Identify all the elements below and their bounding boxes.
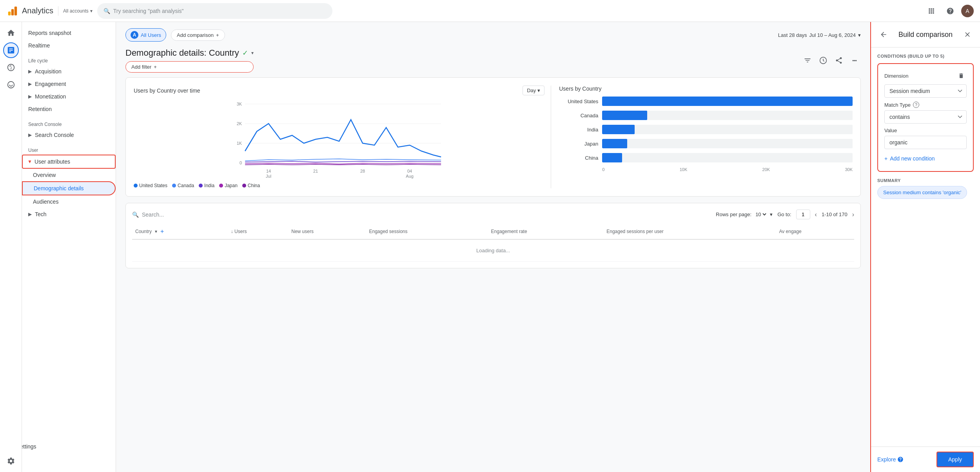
table-search[interactable]: 🔍 Search... [132, 211, 164, 218]
advertising-icon-btn[interactable] [3, 77, 19, 93]
line-chart-section: Users by Country over time Day ▾ [134, 86, 544, 188]
right-panel: Build comparison CONDITIONS (BUILD UP TO… [870, 22, 980, 472]
user-avatar[interactable]: A [961, 5, 974, 17]
col-header-avg-engaged[interactable]: Av engage [776, 224, 854, 239]
rows-per-page-select[interactable]: 10 25 50 [754, 211, 768, 218]
main-content: A All Users Add comparison + Last 28 day… [116, 22, 870, 472]
home-icon-btn[interactable] [3, 25, 19, 41]
sidebar-label-search-console: Search Console [35, 132, 74, 138]
bar-fill-us [602, 97, 853, 106]
country-dropdown-arrow: ▾ [155, 229, 157, 234]
user-section-label: User [22, 144, 116, 155]
panel-footer: Explore Apply [871, 446, 980, 472]
explore-link[interactable]: Explore [877, 456, 904, 463]
page-title: Demographic details: Country ✓ ▾ [125, 48, 254, 58]
bar-row-japan: Japan [559, 139, 853, 148]
sidebar-item-tech[interactable]: ▶ Tech [22, 208, 116, 221]
sidebar-label-user-attributes: User attributes [34, 159, 70, 165]
sidebar-label-acquisition: Acquisition [35, 68, 62, 75]
col-header-engaged-sessions[interactable]: Engaged sessions [366, 224, 488, 239]
share-icon-btn[interactable] [833, 54, 845, 67]
svg-text:14: 14 [266, 169, 271, 173]
help-icon[interactable] [942, 3, 958, 19]
title-dropdown-arrow[interactable]: ▾ [251, 50, 254, 56]
sidebar-item-acquisition[interactable]: ▶ Acquisition [22, 65, 116, 78]
value-field-label: Value [884, 128, 967, 133]
pagination-prev-btn[interactable]: ‹ [815, 211, 817, 218]
col-header-country[interactable]: Country ▾ + [132, 224, 228, 239]
panel-close-btn[interactable] [961, 28, 974, 41]
legend-china-label: China [248, 183, 260, 188]
line-chart-header: Users by Country over time Day ▾ [134, 86, 544, 95]
go-to-input[interactable] [796, 210, 810, 219]
lifecycle-section-label: Life cycle [22, 55, 116, 65]
header-right: A [924, 3, 974, 19]
col-header-users[interactable]: ↓ Users [228, 224, 289, 239]
match-type-help-icon[interactable]: ? [913, 102, 919, 108]
reports-icon-btn[interactable] [3, 42, 19, 58]
bar-track-canada [602, 111, 853, 120]
match-type-label: Match Type [884, 102, 911, 108]
bar-row-us: United States [559, 97, 853, 106]
legend-china: China [242, 183, 260, 188]
col-header-engagement-rate[interactable]: Engagement rate [488, 224, 604, 239]
bar-label-us: United States [559, 98, 598, 104]
compare-icon-btn[interactable] [801, 54, 814, 67]
table-search-icon: 🔍 [132, 211, 139, 218]
date-range-picker[interactable]: Last 28 days Jul 10 – Aug 6, 2024 ▾ [778, 32, 861, 38]
accounts-label[interactable]: All accounts ▾ [63, 8, 93, 14]
sidebar-item-retention[interactable]: Retention [22, 103, 116, 115]
bar-label-india: India [559, 127, 598, 133]
sidebar-item-settings[interactable]: Settings [22, 440, 94, 453]
explore-label: Explore [877, 456, 896, 463]
add-condition-plus-icon: + [884, 155, 887, 162]
global-search-bar[interactable]: 🔍 Try searching "path analysis" [97, 3, 332, 19]
pagination-next-btn[interactable]: › [852, 211, 854, 218]
add-comparison-button[interactable]: Add comparison + [171, 29, 225, 41]
insights-icon-btn[interactable] [817, 54, 829, 67]
rows-per-page: Rows per page: 10 25 50 ▾ [716, 211, 773, 218]
settings-icon-btn[interactable] [3, 453, 19, 469]
add-column-icon[interactable]: + [160, 228, 164, 235]
all-users-badge-letter: A [131, 31, 138, 39]
col-header-engaged-per-user[interactable]: Engaged sessions per user [603, 224, 776, 239]
rows-per-page-label: Rows per page: [716, 211, 751, 217]
charts-section: Users by Country over time Day ▾ [125, 77, 861, 197]
sidebar: Reports snapshot Realtime Life cycle ▶ A… [22, 22, 116, 472]
search-console-arrow: ▶ [28, 132, 32, 138]
sidebar-item-realtime[interactable]: Realtime [22, 39, 116, 52]
bar-label-canada: Canada [559, 113, 598, 118]
sidebar-item-demographic-details[interactable]: Demographic details [22, 181, 116, 195]
sidebar-item-overview[interactable]: Overview [22, 169, 116, 181]
value-input[interactable] [884, 136, 967, 149]
delete-condition-btn[interactable] [956, 70, 967, 81]
add-filter-button[interactable]: Add filter + [125, 61, 254, 73]
add-comparison-label: Add comparison [177, 32, 214, 38]
col-header-new-users[interactable]: New users [288, 224, 366, 239]
sidebar-item-monetization[interactable]: ▶ Monetization [22, 90, 116, 103]
match-type-select[interactable]: contains exactly matches begins with end… [884, 110, 967, 124]
svg-text:04: 04 [407, 169, 412, 173]
sidebar-item-reports-snapshot[interactable]: Reports snapshot [22, 27, 116, 39]
dimension-select[interactable]: Session medium Session source Country De… [884, 84, 967, 98]
panel-back-btn[interactable] [877, 28, 890, 41]
sidebar-label-demographic-details: Demographic details [34, 185, 84, 191]
bar-chart-x-labels: 0 10K 20K 30K [559, 167, 853, 172]
sidebar-item-audiences[interactable]: Audiences [22, 195, 116, 208]
panel-nav [877, 28, 890, 41]
all-users-badge[interactable]: A All Users [125, 28, 166, 42]
apply-button[interactable]: Apply [936, 452, 974, 467]
explore-icon-btn[interactable] [3, 60, 19, 75]
add-new-condition-btn[interactable]: + Add new condition [884, 152, 967, 165]
day-selector-dropdown[interactable]: Day ▾ [523, 86, 544, 95]
sidebar-label-settings: Settings [22, 443, 36, 450]
sidebar-item-user-attributes[interactable]: ▼ User attributes [22, 155, 116, 169]
more-icon-btn[interactable] [848, 54, 861, 67]
all-users-label: All Users [141, 32, 161, 38]
dimension-row: Dimension [884, 70, 967, 81]
sidebar-item-search-console[interactable]: ▶ Search Console [22, 129, 116, 141]
apps-icon[interactable] [924, 3, 939, 19]
sidebar-item-engagement[interactable]: ▶ Engagement [22, 78, 116, 90]
sidebar-collapse-btn[interactable]: ◀ [22, 453, 94, 466]
bar-chart-area: United States Canada India [559, 97, 853, 172]
